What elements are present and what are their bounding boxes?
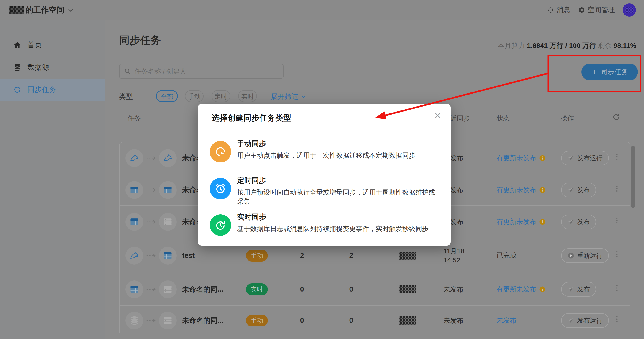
play-icon — [568, 252, 574, 259]
sidebar-item-home[interactable]: 首页 — [0, 34, 105, 56]
quota-label: 本月算力 — [498, 42, 525, 49]
task-name[interactable]: test — [182, 251, 195, 260]
row-action-button[interactable]: 发布 — [561, 183, 596, 197]
arrow-dashed-icon — [146, 187, 156, 192]
last-sync-time: 未发布 — [444, 316, 464, 325]
option-title: 手动同步 — [237, 139, 266, 149]
quota-value: 1.8841 万行 / 100 万行 — [527, 42, 596, 49]
info-icon — [539, 218, 546, 225]
option-title: 定时同步 — [237, 176, 266, 186]
space-admin-button[interactable]: 空间管理 — [578, 5, 615, 15]
filter-chip-realtime[interactable]: 实时 — [238, 90, 257, 102]
database-gray-icon — [126, 312, 143, 329]
status-label: 有更新未发布 — [497, 185, 536, 195]
avatar[interactable] — [622, 4, 636, 17]
kebab-menu-icon[interactable] — [613, 216, 621, 227]
task-count-2: 0 — [340, 285, 362, 293]
modal-option-realtime-sync[interactable]: 实时同步基于数据库日志或消息队列持续捕捉变更事件，实时触发秒级同步 — [210, 210, 440, 240]
close-icon[interactable]: ✕ — [434, 112, 441, 120]
row-action-label: 发布运行 — [577, 316, 602, 325]
send-icon — [568, 155, 574, 162]
search-input[interactable] — [134, 68, 278, 75]
database-icon — [13, 63, 22, 72]
filter-chip-all[interactable]: 全部 — [156, 90, 178, 102]
table-icon — [126, 280, 143, 298]
space-admin-label: 空间管理 — [588, 5, 615, 15]
row-action-label: 发布 — [577, 218, 590, 226]
dialog-title: 选择创建同步任务类型 — [212, 113, 291, 123]
kebab-menu-icon[interactable] — [613, 284, 621, 295]
scrollbar-thumb[interactable] — [631, 146, 635, 208]
row-action-button[interactable]: 发布 — [561, 282, 596, 297]
column-header-actions: 操作 — [561, 114, 574, 123]
sidebar-item-label: 首页 — [27, 40, 42, 50]
filter-type-label: 类型 — [119, 92, 133, 101]
status-label: 有更新未发布 — [497, 154, 536, 163]
filter-chip-scheduled[interactable]: 定时 — [212, 90, 230, 102]
kebab-menu-icon[interactable] — [613, 250, 621, 261]
messages-button[interactable]: 消息 — [547, 5, 570, 15]
status-text[interactable]: 未发布 — [497, 316, 516, 325]
task-name[interactable]: 未命名的同... — [182, 316, 224, 325]
info-icon — [539, 187, 546, 193]
table-icon — [159, 181, 177, 199]
table-icon — [126, 213, 143, 231]
kebab-menu-icon[interactable] — [613, 153, 621, 164]
arrow-dashed-icon — [146, 156, 156, 161]
filter-chip-manual[interactable]: 手动 — [185, 90, 204, 102]
create-sync-task-button[interactable]: ＋ 同步任务 — [582, 64, 638, 80]
option-description: 用户主动点击触发，适用于一次性数据迁移或不定期数据同步 — [237, 151, 415, 160]
refresh-icon[interactable] — [612, 113, 620, 121]
column-header-status: 状态 — [497, 114, 510, 123]
modal-option-manual-sync[interactable]: 手动同步用户主动点击触发，适用于一次性数据迁移或不定期数据同步 — [210, 137, 440, 167]
task-count-2: 0 — [340, 316, 362, 325]
table-icon — [159, 247, 177, 264]
mysql-icon — [126, 149, 143, 167]
status-label: 已完成 — [497, 251, 516, 260]
table-row: 未命名的同...手动00未发布未发布发布运行 — [120, 305, 630, 333]
row-action-button[interactable]: 发布运行 — [561, 313, 609, 328]
task-type-badge: 手动 — [246, 315, 268, 326]
sidebar-item-datasource[interactable]: 数据源 — [0, 56, 105, 79]
chevron-down-icon — [300, 94, 306, 100]
status-text[interactable]: 有更新未发布 — [497, 217, 546, 226]
status-text: 已完成 — [497, 251, 516, 260]
option-description: 按用户预设时间自动执行全量或增量同步，适用于周期性数据维护或采集 — [237, 188, 440, 206]
status-label: 有更新未发布 — [497, 217, 536, 226]
expand-filters-label: 展开筛选 — [271, 92, 298, 101]
redacted-avatar-text — [625, 7, 634, 14]
send-icon — [568, 187, 574, 193]
send-icon — [568, 317, 574, 324]
arrow-dashed-icon — [146, 318, 156, 323]
kebab-menu-icon[interactable] — [613, 185, 621, 195]
arrow-dashed-icon — [146, 253, 156, 258]
workspace-name[interactable]: 的工作空间 — [26, 0, 64, 20]
task-type-badge: 实时 — [246, 283, 268, 295]
info-icon — [539, 155, 546, 162]
row-action-button[interactable]: 重新运行 — [561, 248, 609, 263]
row-action-label: 发布 — [577, 186, 590, 194]
modal-option-scheduled-sync[interactable]: 定时同步按用户预设时间自动执行全量或增量同步，适用于周期性数据维护或采集 — [210, 174, 440, 203]
quota-summary: 本月算力 1.8841 万行 / 100 万行 剩余 98.11% — [498, 41, 636, 50]
list-icon — [159, 312, 177, 329]
page-title: 同步任务 — [119, 33, 161, 47]
row-action-button[interactable]: 发布运行 — [561, 151, 609, 165]
sidebar-item-label: 同步任务 — [27, 85, 56, 95]
task-name[interactable]: 未命名的同... — [182, 284, 224, 294]
redacted-creator — [399, 251, 416, 260]
search-box — [119, 64, 284, 79]
row-action-label: 发布 — [577, 285, 590, 294]
send-icon — [568, 286, 574, 293]
status-text[interactable]: 有更新未发布 — [497, 285, 546, 294]
expand-filters-link[interactable]: 展开筛选 — [271, 92, 306, 101]
chevron-down-icon[interactable] — [68, 7, 74, 14]
remain-label: 剩余 — [598, 42, 612, 49]
status-text[interactable]: 有更新未发布 — [497, 185, 546, 195]
sidebar-nav: 首页数据源同步任务 — [0, 20, 105, 339]
kebab-menu-icon[interactable] — [613, 315, 621, 326]
row-action-button[interactable]: 发布 — [561, 215, 596, 229]
sidebar-item-sync-tasks[interactable]: 同步任务 — [0, 79, 105, 101]
table-icon — [126, 181, 143, 199]
status-text[interactable]: 有更新未发布 — [497, 154, 546, 163]
gear-icon — [578, 6, 585, 14]
